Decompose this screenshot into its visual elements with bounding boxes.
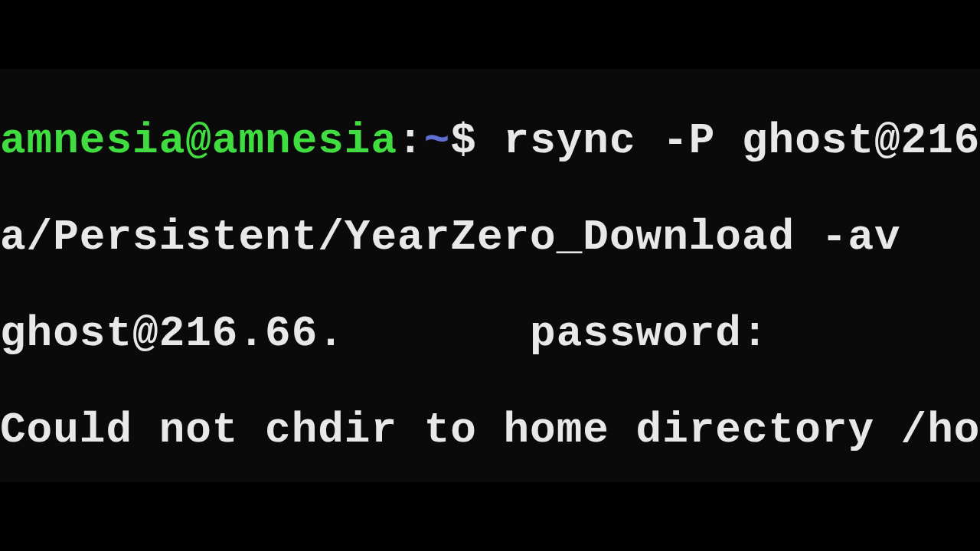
password-prompt-line: ghost@216.66. password:	[0, 310, 980, 358]
letterbox-bottom	[0, 482, 980, 551]
command-part1: rsync -P ghost@216.66.	[477, 116, 980, 165]
prompt-separator: :	[397, 116, 424, 165]
letterbox-top	[0, 0, 980, 69]
password-label: password:	[345, 309, 769, 358]
chdir-error-line: Could not chdir to home directory /home/…	[0, 406, 980, 455]
command-line-2: a/Persistent/YearZero_Download -av	[0, 214, 980, 262]
terminal-output: amnesia@amnesia:~$ rsync -P ghost@216.66…	[0, 69, 980, 482]
prompt-path: ~	[424, 116, 451, 165]
prompt-symbol: $	[450, 116, 477, 165]
command-line-1: amnesia@amnesia:~$ rsync -P ghost@216.66…	[0, 117, 980, 165]
prompt-user-host: amnesia@amnesia	[0, 116, 397, 165]
password-host: ghost@216.66.	[0, 309, 345, 358]
